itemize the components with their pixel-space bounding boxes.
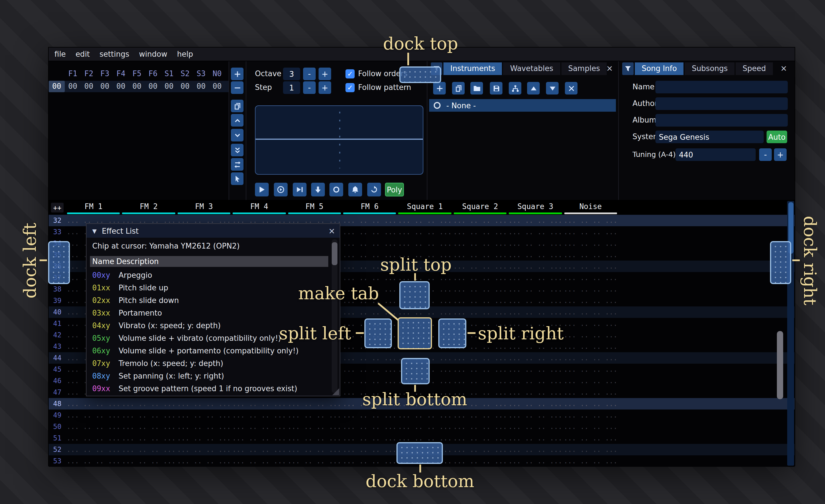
instrument-duplicate-button[interactable] <box>452 82 465 94</box>
instrument-organize-button[interactable] <box>509 82 521 94</box>
pattern-cell[interactable]: ... .. .. ... <box>453 272 508 283</box>
pattern-cell[interactable]: ... .. .. ... <box>397 421 453 432</box>
order-edit-mode-button[interactable] <box>231 172 243 185</box>
instrument-list-item[interactable]: - None - <box>429 99 616 112</box>
pattern-cell[interactable]: ... .. .. ... <box>121 444 176 455</box>
order-move-bottom-button[interactable] <box>231 144 243 156</box>
tab-song-info[interactable]: Song Info <box>635 63 684 75</box>
effect-list-scrollbar-thumb[interactable] <box>332 242 338 265</box>
pattern-cell[interactable]: ... .. .. ... <box>508 261 563 272</box>
step-increase-button[interactable]: + <box>318 81 331 94</box>
pattern-cell[interactable]: ... .. .. ... <box>231 398 287 410</box>
instrument-save-button[interactable] <box>490 82 503 94</box>
pattern-cell[interactable]: ... .. .. ... <box>453 375 508 387</box>
follow-pattern-checkbox[interactable]: ✓ <box>346 83 355 92</box>
repeat-pattern-button[interactable] <box>367 183 381 196</box>
poly-button[interactable]: Poly <box>385 183 404 196</box>
split-left-target[interactable] <box>364 319 392 348</box>
pattern-cell[interactable]: ... .. .. ... <box>121 455 176 467</box>
pattern-cell[interactable]: ... .. .. ... <box>342 410 397 421</box>
pattern-cell[interactable]: ... .. .. ... <box>342 226 397 238</box>
auto-system-button[interactable]: Auto <box>766 131 787 143</box>
pattern-cell[interactable]: ... .. .. ... <box>508 432 563 444</box>
dock-top-target[interactable] <box>399 67 441 83</box>
pattern-cell[interactable]: ... .. .. ... <box>342 364 397 375</box>
effect-list-column-header[interactable]: Name Description <box>90 256 328 267</box>
pattern-cell[interactable]: ... .. .. ... <box>563 455 618 467</box>
order-cell-f3[interactable]: 00 <box>97 81 113 92</box>
instrument-move-up-button[interactable] <box>527 82 540 94</box>
pattern-cell[interactable]: ... .. .. ... <box>508 364 563 375</box>
order-cell-f2[interactable]: 00 <box>81 81 97 92</box>
pattern-cell[interactable]: ... .. .. ... <box>563 341 618 352</box>
metronome-button[interactable] <box>348 183 362 196</box>
pattern-cell[interactable]: ... .. .. ... <box>508 352 563 364</box>
pattern-cell[interactable]: ... .. .. ... <box>508 215 563 226</box>
effect-row[interactable]: 09xxSet groove pattern (speed 1 if no gr… <box>90 382 328 395</box>
pattern-cell[interactable]: ... .. .. ... <box>508 307 563 318</box>
play-one-row-button[interactable] <box>293 183 306 196</box>
dock-left-target[interactable] <box>48 241 70 284</box>
pattern-cell[interactable]: ... .. .. ... <box>563 295 618 307</box>
effect-row[interactable]: 02xxPitch slide down <box>90 294 328 307</box>
order-cell-s2[interactable]: 00 <box>177 81 193 92</box>
name-field[interactable] <box>656 81 788 93</box>
tab-subsongs[interactable]: Subsongs <box>685 63 735 75</box>
menu-window[interactable]: window <box>139 50 167 59</box>
order-cell-n0[interactable]: 00 <box>209 81 225 92</box>
pattern-cell[interactable]: ... .. .. ... <box>342 352 397 364</box>
pattern-cell[interactable]: ... .. .. ... <box>231 421 287 432</box>
order-move-down-button[interactable] <box>231 129 243 142</box>
pattern-cell[interactable]: ... .. .. ... <box>563 387 618 398</box>
order-duplicate-button[interactable] <box>231 100 243 112</box>
pattern-cell[interactable]: ... .. .. ... <box>66 444 121 455</box>
pattern-cell[interactable]: ... .. .. ... <box>66 432 121 444</box>
effect-list-title-bar[interactable]: ▼ Effect List × <box>86 224 340 238</box>
pattern-cell[interactable]: ... .. .. ... <box>563 421 618 432</box>
pattern-cell[interactable]: ... .. .. ... <box>563 283 618 295</box>
split-bottom-target[interactable] <box>401 358 430 384</box>
pattern-cell[interactable]: ... .. .. ... <box>176 421 232 432</box>
pattern-cell[interactable]: ... .. .. ... <box>508 421 563 432</box>
pattern-cell[interactable]: ... .. .. ... <box>453 455 508 467</box>
octave-decrease-button[interactable]: - <box>303 68 316 80</box>
octave-value[interactable]: 3 <box>283 68 300 80</box>
pattern-cell[interactable]: ... .. .. ... <box>231 432 287 444</box>
instrument-add-button[interactable] <box>433 82 446 94</box>
pattern-cell[interactable]: ... .. .. ... <box>121 410 176 421</box>
pattern-cell[interactable]: ... .. .. ... <box>397 226 453 238</box>
pattern-cell[interactable]: ... .. .. ... <box>563 398 618 410</box>
pattern-cell[interactable]: ... .. .. ... <box>563 352 618 364</box>
pattern-cell[interactable]: ... .. .. ... <box>66 455 121 467</box>
pattern-cell[interactable]: ... .. .. ... <box>508 410 563 421</box>
system-field[interactable] <box>656 131 764 143</box>
effect-row[interactable]: 01xxPitch slide up <box>90 281 328 294</box>
pattern-cell[interactable]: ... .. .. ... <box>453 295 508 307</box>
pattern-cell[interactable]: ... .. .. ... <box>563 226 618 238</box>
pattern-cell[interactable]: ... .. .. ... <box>453 238 508 249</box>
pattern-cell[interactable]: ... .. .. ... <box>176 444 232 455</box>
pattern-cell[interactable]: ... .. .. ... <box>563 444 618 455</box>
pattern-cell[interactable]: ... .. .. ... <box>287 410 342 421</box>
album-field[interactable] <box>656 114 788 127</box>
play-button[interactable] <box>255 183 269 196</box>
tab-samples[interactable]: Samples <box>561 63 607 75</box>
pattern-cell[interactable]: ... .. .. ... <box>508 387 563 398</box>
pattern-cell[interactable]: ... .. .. ... <box>453 249 508 261</box>
pattern-cell[interactable]: ... .. .. ... <box>563 410 618 421</box>
pattern-cell[interactable]: ... .. .. ... <box>453 261 508 272</box>
dock-bottom-target[interactable] <box>396 442 443 464</box>
pattern-cell[interactable]: ... .. .. ... <box>563 272 618 283</box>
pattern-cell[interactable]: ... .. .. ... <box>508 249 563 261</box>
order-cell-f4[interactable]: 00 <box>113 81 129 92</box>
collapse-icon[interactable]: ▼ <box>92 228 96 234</box>
pattern-cell[interactable]: ... .. .. ... <box>342 238 397 249</box>
pattern-cell[interactable]: ... .. .. ... <box>563 329 618 341</box>
order-cell-f6[interactable]: 00 <box>145 81 161 92</box>
tab-speed[interactable]: Speed <box>736 63 773 75</box>
pattern-cell[interactable]: ... .. .. ... <box>508 238 563 249</box>
tuning-decrease-button[interactable]: - <box>759 148 772 161</box>
pattern-cell[interactable]: ... .. .. ... <box>176 432 232 444</box>
order-cell-f5[interactable]: 00 <box>129 81 145 92</box>
pattern-cell[interactable]: ... .. .. ... <box>563 364 618 375</box>
